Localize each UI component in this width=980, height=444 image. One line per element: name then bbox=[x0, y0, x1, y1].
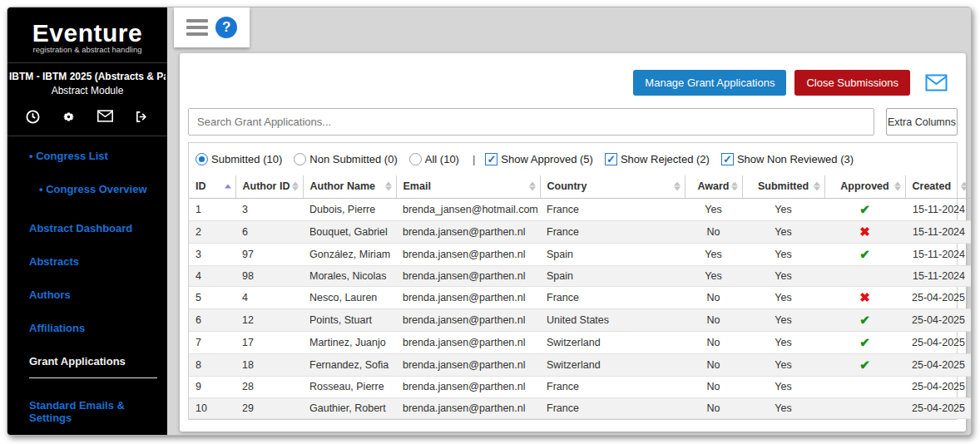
sort-arrows-icon bbox=[731, 182, 738, 191]
cell-submitted: Yes bbox=[742, 377, 824, 398]
cell-author-name: Bouquet, Gabriel bbox=[303, 220, 396, 243]
cell-author-name: Gauthier, Robert bbox=[303, 397, 396, 419]
cell-approved: ✔ bbox=[824, 198, 905, 220]
column-header-email[interactable]: Email bbox=[396, 175, 540, 198]
clock-icon[interactable] bbox=[26, 110, 40, 124]
cell-email: brenda.jansen@parthen.nl bbox=[396, 377, 540, 398]
grant-applications-table: IDAuthor IDAuthor NameEmailCountryAwardS… bbox=[189, 175, 972, 419]
cell-submitted: Yes bbox=[742, 332, 824, 354]
column-label: Approved bbox=[840, 180, 888, 192]
sidebar-item-grant-applications[interactable]: Grant Applications bbox=[29, 355, 157, 378]
mail-button[interactable] bbox=[925, 74, 948, 91]
cell-submitted: Yes bbox=[742, 265, 824, 287]
sidebar-item-abstracts[interactable]: Abstracts bbox=[29, 255, 167, 268]
radio-label: All (10) bbox=[425, 153, 459, 165]
column-header-country[interactable]: Country bbox=[540, 175, 685, 198]
column-header-award[interactable]: Award bbox=[685, 175, 742, 198]
sidebar-item-abstract-dashboard[interactable]: Abstract Dashboard bbox=[29, 222, 167, 234]
manage-grant-applications-button[interactable]: Manage Grant Applications bbox=[633, 70, 786, 96]
cell-id: 5 bbox=[189, 287, 235, 309]
actions-row: Manage Grant Applications Close Submissi… bbox=[188, 70, 958, 96]
help-button[interactable]: ? bbox=[215, 17, 237, 38]
approved-check-icon: ✔ bbox=[859, 247, 870, 261]
search-row: Extra Columns bbox=[188, 108, 958, 136]
cell-author-id: 6 bbox=[235, 220, 303, 243]
cell-author-name: Morales, Nicolas bbox=[303, 265, 396, 287]
sidebar-item-affiliations[interactable]: Affiliations bbox=[29, 322, 167, 334]
filter-row: Submitted (10)Non Submitted (0)All (10)|… bbox=[189, 143, 957, 175]
sidebar-item-congress-list[interactable]: Congress List bbox=[29, 150, 167, 162]
sort-arrows-icon bbox=[961, 182, 968, 191]
cell-author-name: Rosseau, Pierre bbox=[303, 377, 396, 398]
cell-author-id: 4 bbox=[235, 287, 303, 309]
checkbox-icon: ✓ bbox=[485, 153, 497, 165]
table-row[interactable]: 818Fernandez, Sofiabrenda.jansen@parthen… bbox=[189, 354, 972, 377]
radio-label: Non Submitted (0) bbox=[309, 153, 398, 165]
table-row[interactable]: 26Bouquet, Gabrielbrenda.jansen@parthen.… bbox=[189, 220, 972, 243]
table-row[interactable]: 498Morales, Nicolasbrenda.jansen@parthen… bbox=[189, 265, 972, 287]
table-row[interactable]: 13Dubois, Pierrebrenda_jansen@hotmail.co… bbox=[189, 198, 972, 220]
gear-icon[interactable] bbox=[62, 110, 76, 124]
cell-country: United States bbox=[540, 309, 685, 332]
cell-email: brenda.jansen@parthen.nl bbox=[396, 243, 540, 265]
congress-block: IBTM - IBTM 2025 (Abstracts & Par... Abs… bbox=[7, 63, 167, 100]
column-label: ID bbox=[196, 180, 206, 192]
sort-arrows-icon bbox=[814, 182, 820, 191]
sort-arrows-icon bbox=[674, 182, 681, 191]
cell-id: 9 bbox=[189, 377, 235, 398]
cell-country: France bbox=[540, 377, 685, 398]
column-header-author-id[interactable]: Author ID bbox=[235, 175, 303, 198]
cell-approved bbox=[824, 377, 905, 398]
table-row[interactable]: 928Rosseau, Pierrebrenda.jansen@parthen.… bbox=[189, 377, 972, 398]
cell-country: Spain bbox=[540, 243, 685, 265]
column-header-created[interactable]: Created bbox=[905, 175, 972, 198]
sidebar-item-authors[interactable]: Authors bbox=[29, 289, 167, 301]
sidebar-item-congress-overview[interactable]: Congress Overview bbox=[39, 183, 167, 195]
cell-id: 2 bbox=[189, 220, 235, 243]
cell-country: France bbox=[540, 287, 685, 309]
topbar: ? bbox=[174, 7, 250, 47]
column-header-submitted[interactable]: Submitted bbox=[742, 175, 824, 198]
table-row[interactable]: 54Nesco, Laurenbrenda.jansen@parthen.nlF… bbox=[189, 287, 972, 309]
table-row[interactable]: 612Points, Stuartbrenda.jansen@parthen.n… bbox=[189, 309, 972, 332]
sidebar-action-icons bbox=[7, 100, 167, 136]
cell-author-id: 28 bbox=[235, 377, 303, 398]
cell-created: 25-04-2025 bbox=[905, 377, 972, 398]
radio-non-submitted-0[interactable]: Non Submitted (0) bbox=[294, 153, 398, 165]
radio-all-10[interactable]: All (10) bbox=[409, 153, 459, 165]
menu-hamburger-icon[interactable] bbox=[186, 16, 208, 39]
radio-submitted-10[interactable]: Submitted (10) bbox=[196, 153, 282, 165]
column-header-approved[interactable]: Approved bbox=[824, 175, 905, 198]
cell-award: No bbox=[685, 309, 742, 332]
rejected-cross-icon: ✖ bbox=[859, 224, 870, 239]
column-header-author-name[interactable]: Author Name bbox=[303, 175, 396, 198]
column-label: Author Name bbox=[310, 180, 375, 192]
checkbox-show-non-reviewed-3[interactable]: ✓Show Non Reviewed (3) bbox=[721, 153, 854, 165]
sort-arrows-icon bbox=[225, 185, 231, 189]
cell-author-id: 3 bbox=[235, 198, 303, 220]
cell-approved: ✔ bbox=[824, 243, 905, 265]
search-input[interactable] bbox=[188, 108, 874, 136]
checkbox-show-approved-5[interactable]: ✓Show Approved (5) bbox=[485, 153, 593, 165]
cell-created: 25-04-2025 bbox=[905, 287, 972, 309]
table-header-row: IDAuthor IDAuthor NameEmailCountryAwardS… bbox=[189, 175, 972, 198]
close-submissions-button[interactable]: Close Submissions bbox=[794, 70, 910, 96]
checkbox-show-rejected-2[interactable]: ✓Show Rejected (2) bbox=[605, 153, 710, 165]
radio-icon bbox=[196, 153, 208, 165]
sidebar-item-standard-emails-settings[interactable]: Standard Emails & Settings bbox=[29, 399, 167, 424]
table-row[interactable]: 717Martinez, Juanjobrenda.jansen@parthen… bbox=[189, 332, 972, 354]
envelope-icon[interactable] bbox=[97, 110, 113, 124]
table-row[interactable]: 397González, Miriambrenda.jansen@parthen… bbox=[189, 243, 972, 265]
table-row[interactable]: 1029Gauthier, Robertbrenda.jansen@parthe… bbox=[189, 397, 972, 419]
cell-submitted: Yes bbox=[742, 198, 824, 220]
column-label: Country bbox=[547, 180, 587, 192]
cell-award: Yes bbox=[685, 243, 742, 265]
content-panel: Manage Grant Applications Close Submissi… bbox=[180, 53, 966, 432]
sign-out-icon[interactable] bbox=[135, 110, 149, 124]
column-header-id[interactable]: ID bbox=[189, 175, 235, 198]
sort-arrows-icon bbox=[894, 182, 901, 191]
column-label: Award bbox=[698, 180, 730, 192]
filter-separator: | bbox=[473, 153, 475, 165]
logo-subtitle: registration & abstract handling bbox=[7, 45, 167, 54]
extra-columns-button[interactable]: Extra Columns bbox=[886, 108, 958, 136]
